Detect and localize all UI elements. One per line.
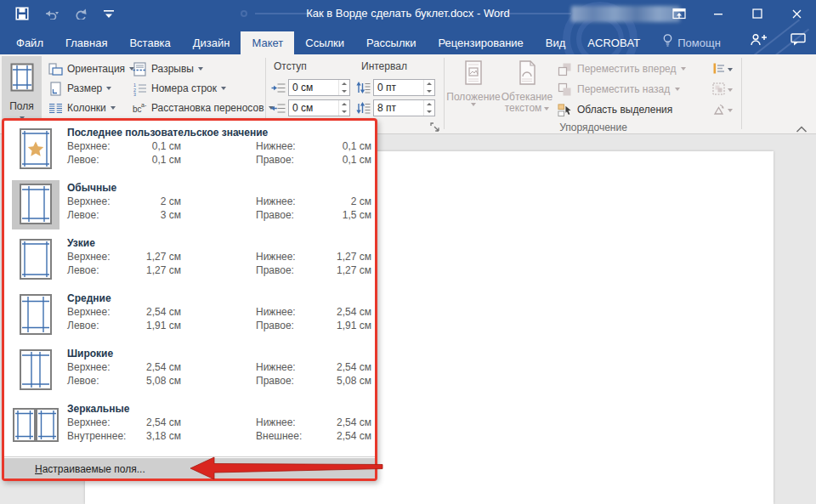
margin-preset-item[interactable]: Обычные Верхнее:2 смНижнее:2 см Левое:3 … xyxy=(4,178,375,234)
margin-preset-title: Обычные xyxy=(67,181,371,195)
group-separator xyxy=(444,58,445,129)
group-objects-icon xyxy=(712,82,725,98)
minimize-icon[interactable] xyxy=(699,0,738,27)
rotate-objects-icon xyxy=(712,103,725,118)
position-button[interactable]: Положение xyxy=(447,59,500,122)
tab-вид[interactable]: Вид xyxy=(535,31,577,54)
indent-left-field[interactable]: 0 см xyxy=(288,79,350,96)
chevron-down-icon xyxy=(110,106,116,110)
tab-acrobat[interactable]: ACROBAT xyxy=(576,31,651,54)
indent-right-field[interactable]: 0 см xyxy=(288,99,350,116)
close-icon[interactable] xyxy=(777,0,816,27)
margin-preset-title: Последнее пользовательское значение xyxy=(67,126,371,139)
margin-preset-title: Средние xyxy=(67,292,371,305)
share-icon[interactable] xyxy=(750,33,768,49)
menu-separator xyxy=(4,456,375,457)
spinner-up-icon[interactable] xyxy=(339,100,349,108)
maximize-icon[interactable] xyxy=(738,0,777,27)
spacing-before-field[interactable]: 0 пт xyxy=(373,79,435,96)
window-controls xyxy=(660,0,816,27)
send-backward-icon xyxy=(558,82,572,97)
chevron-down-icon xyxy=(728,109,733,112)
button-переместить-назад[interactable]: Переместить назад xyxy=(558,80,680,99)
margin-preset-item[interactable]: Широкие Верхнее:2,54 смНижнее:2,54 см Ле… xyxy=(4,344,375,399)
comments-icon[interactable] xyxy=(790,33,806,48)
margin-preset-item[interactable]: Средние Верхнее:2,54 смНижнее:2,54 см Ле… xyxy=(4,289,375,344)
align-objects-button[interactable] xyxy=(712,62,733,77)
spinner-up-icon[interactable] xyxy=(339,80,349,88)
tab-ссылки[interactable]: Ссылки xyxy=(294,31,355,54)
margin-preset-icon xyxy=(19,238,53,283)
spinner-up-icon[interactable] xyxy=(424,80,434,88)
spinner-down-icon[interactable] xyxy=(424,88,434,95)
spacing-after-field[interactable]: 8 пт xyxy=(373,99,435,116)
window-header: Как в Ворде сделать буклет.docx - Word Ф… xyxy=(0,0,816,54)
margin-preset-title: Широкие xyxy=(67,347,371,360)
button-номера-строк[interactable]: 123 Номера строк xyxy=(133,79,226,98)
button-разрывы[interactable]: Разрывы xyxy=(133,59,203,78)
spinner-down-icon[interactable] xyxy=(339,108,349,116)
tab-помощн[interactable]: Помощн xyxy=(651,31,732,54)
line-numbers-icon: 123 xyxy=(133,82,147,96)
tab-рассылки[interactable]: Рассылки xyxy=(355,31,427,54)
button-колонки[interactable]: Колонки xyxy=(48,99,116,117)
chevron-down-icon xyxy=(106,87,111,90)
margin-preset-item[interactable]: Узкие Верхнее:1,27 смНижнее:1,27 см Лево… xyxy=(4,234,375,289)
tab-рецензирование[interactable]: Рецензирование xyxy=(427,31,534,54)
indent-label: Отступ xyxy=(274,60,307,72)
ribbon-tab-bar: Файл Главная Вставка Дизайн Макет Ссылки… xyxy=(0,27,816,54)
button-размер[interactable]: Размер xyxy=(48,79,111,98)
spacing-after-icon xyxy=(356,101,371,116)
tab-главная[interactable]: Главная xyxy=(54,31,118,54)
group-separator xyxy=(741,58,742,129)
spacing-before-icon xyxy=(356,81,371,95)
hyphenation-icon: bca- xyxy=(133,101,147,116)
spacing-label: Интервал xyxy=(361,60,407,72)
orientation-icon xyxy=(48,62,63,76)
align-objects-icon xyxy=(712,62,725,77)
collapse-ribbon-icon[interactable] xyxy=(796,124,808,133)
margin-preset-title: Узкие xyxy=(67,236,371,250)
selection-pane-icon xyxy=(558,103,572,117)
position-icon xyxy=(462,59,485,87)
margins-icon xyxy=(10,63,34,94)
chevron-down-icon xyxy=(728,68,733,71)
spinner-down-icon[interactable] xyxy=(339,88,349,95)
ribbon-display-options-icon[interactable] xyxy=(660,0,699,27)
svg-text:3: 3 xyxy=(133,92,136,96)
breaks-icon xyxy=(133,62,147,76)
margin-preset-title: Зеркальные xyxy=(67,402,371,416)
columns-icon xyxy=(48,101,63,116)
wrap-text-icon xyxy=(515,59,539,87)
chevron-down-icon xyxy=(471,103,476,106)
button-ориентация[interactable]: Ориентация xyxy=(48,59,134,78)
rotate-objects-button[interactable] xyxy=(712,103,733,118)
tab-макет[interactable]: Макет xyxy=(241,31,294,54)
tab-вставка[interactable]: Вставка xyxy=(118,31,181,54)
chevron-down-icon xyxy=(198,67,203,71)
tab-файл[interactable]: Файл xyxy=(5,31,54,54)
button-область-выделения[interactable]: Область выделения xyxy=(558,100,672,119)
chevron-down-icon xyxy=(675,88,680,91)
titlebar: Как в Ворде сделать буклет.docx - Word xyxy=(0,0,816,27)
chevron-down-icon xyxy=(544,107,549,110)
margin-preset-item[interactable]: Зеркальные Верхнее:2,54 смНижнее:2,54 см… xyxy=(4,399,375,455)
spinner-down-icon[interactable] xyxy=(424,108,434,116)
spinner-up-icon[interactable] xyxy=(424,100,434,108)
custom-margins-item[interactable]: Настраиваемые поля... xyxy=(4,458,375,481)
lightbulb-icon xyxy=(662,31,673,54)
indent-left-icon xyxy=(271,101,286,116)
group-objects-button[interactable] xyxy=(712,82,733,98)
chevron-down-icon xyxy=(221,87,226,90)
button-расстановка-переносов[interactable]: bca- Расстановка переносов xyxy=(133,99,274,117)
margins-dropdown-menu: Последнее пользовательское значение Верх… xyxy=(2,118,377,481)
button-переместить-вперед[interactable]: Переместить вперед xyxy=(558,59,686,78)
margin-preset-item[interactable]: Последнее пользовательское значение Верх… xyxy=(4,123,375,178)
wrap-text-button[interactable]: Обтекание текстом xyxy=(501,59,553,122)
tab-дизайн[interactable]: Дизайн xyxy=(182,31,241,54)
margin-preset-icon xyxy=(19,348,53,394)
chevron-down-icon xyxy=(681,67,686,71)
chevron-down-icon xyxy=(728,88,733,92)
dialog-launcher-icon[interactable] xyxy=(430,122,440,133)
page-size-icon xyxy=(48,82,63,96)
